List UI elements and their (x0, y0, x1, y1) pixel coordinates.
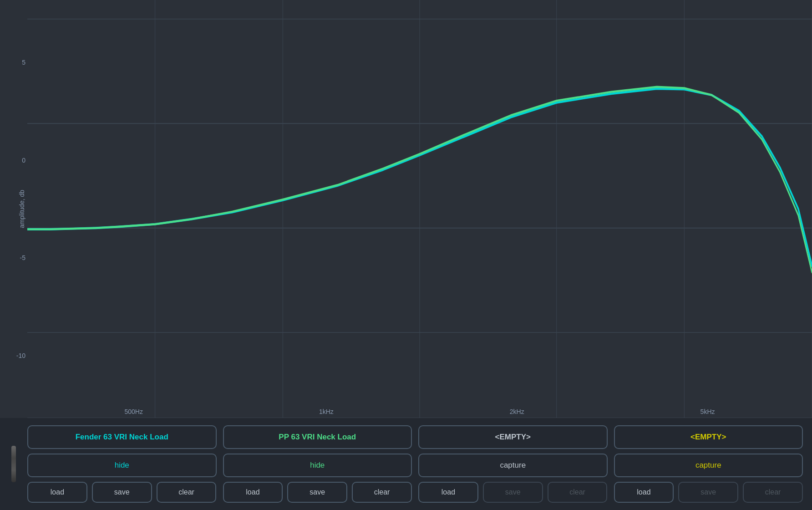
channel-2-clear[interactable]: clear (352, 482, 412, 503)
x-label-5khz: 5kHz (700, 408, 715, 415)
channel-2-save[interactable]: save (287, 482, 347, 503)
frequency-chart (27, 0, 812, 418)
channel-4-clear: clear (743, 482, 803, 503)
x-label-1khz: 1kHz (319, 408, 334, 415)
channel-2-hide-btn[interactable]: hide (223, 454, 412, 477)
y-tick-5: 5 (13, 59, 25, 66)
left-strip (5, 425, 23, 503)
x-label-2khz: 2kHz (510, 408, 524, 415)
channel-3: <EMPTY> capture load save clear (418, 425, 608, 503)
y-tick--5: -5 (13, 254, 25, 261)
channel-3-clear: clear (548, 482, 608, 503)
channel-3-name[interactable]: <EMPTY> (418, 425, 608, 449)
x-label-500hz: 500Hz (124, 408, 142, 415)
channel-2-load[interactable]: load (223, 482, 283, 503)
channel-1-save[interactable]: save (92, 482, 152, 503)
channel-4-name[interactable]: <EMPTY> (614, 425, 803, 449)
y-tick-0: 0 (13, 157, 25, 164)
y-tick--10: -10 (13, 352, 25, 359)
channel-1-clear[interactable]: clear (157, 482, 217, 503)
channel-3-save: save (483, 482, 543, 503)
channel-3-load[interactable]: load (418, 482, 478, 503)
channel-1-name[interactable]: Fender 63 VRI Neck Load (27, 425, 217, 449)
channel-2: PP 63 VRI Neck Load hide load save clear (223, 425, 412, 503)
channel-1-hide-btn[interactable]: hide (27, 454, 217, 477)
channel-4-capture-btn[interactable]: capture (614, 454, 803, 477)
channel-1-load[interactable]: load (27, 482, 87, 503)
channel-4: <EMPTY> capture load save clear (614, 425, 803, 503)
channel-1: Fender 63 VRI Neck Load hide load save c… (27, 425, 217, 503)
channel-4-load[interactable]: load (614, 482, 674, 503)
channel-4-save: save (678, 482, 738, 503)
channel-2-name[interactable]: PP 63 VRI Neck Load (223, 425, 412, 449)
channel-3-capture-btn[interactable]: capture (418, 454, 608, 477)
